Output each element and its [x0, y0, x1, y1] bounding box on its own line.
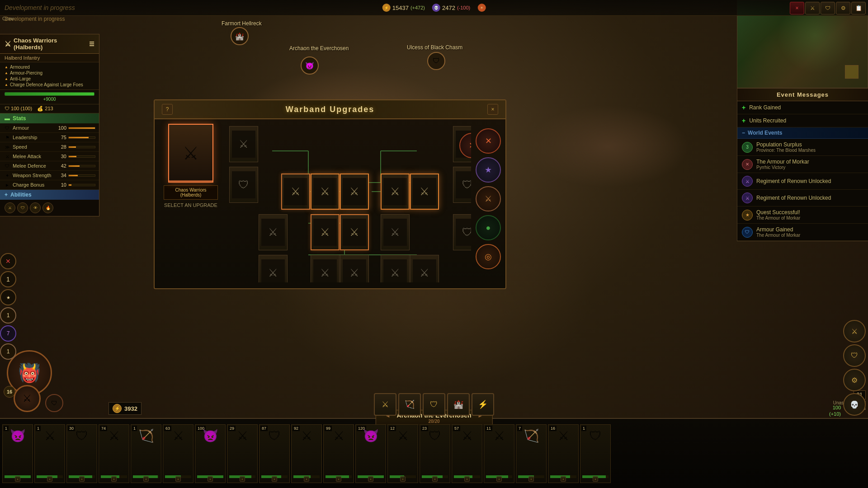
warband-btn-orange[interactable]: ◎ [476, 244, 501, 269]
left-btn-star[interactable]: ★ [0, 289, 16, 305]
br-btn-shield[interactable]: 🛡 [843, 344, 866, 367]
unit-slot-8[interactable]: 87 🛡 + [259, 424, 290, 483]
event-regiment-1[interactable]: ⚔ Regiment of Renown Unlocked [737, 173, 868, 190]
ability-fire[interactable]: 🔥 [42, 202, 53, 213]
unit-slot-15[interactable]: 11 ⚔ + [484, 424, 514, 483]
event-morkar-armour[interactable]: ✕ The Armour of Morkar Pyrrhic Victory [737, 156, 868, 173]
upgrade-node-mid-3[interactable]: ⚔ [340, 174, 369, 210]
upgrade-node-bottom-1[interactable]: ⚔ [259, 255, 288, 282]
ability-btn-bolt[interactable]: ⚡ [472, 393, 494, 416]
upgrade-node-top-1[interactable]: ⚔ [229, 126, 258, 162]
unit-slot-1[interactable]: 1 ⚔ + [34, 424, 65, 483]
event-armour-gained[interactable]: 🛡 Armour Gained The Armour of Morkar [737, 224, 868, 241]
ability-shield[interactable]: 🛡 [17, 202, 28, 213]
upgrade-node-far-right-2[interactable]: 🛡 [453, 167, 471, 203]
unit-num-16: 7 [517, 426, 522, 431]
warband-btn-star[interactable]: ★ [476, 157, 501, 183]
left-btn-purple[interactable]: 7 [0, 325, 16, 342]
left-btn-1b[interactable]: 1 [0, 307, 16, 324]
ability-eye[interactable]: 👁 [30, 202, 41, 213]
dev-title: Development in progress [0, 4, 80, 11]
warband-help-btn[interactable]: ? [162, 104, 173, 115]
upgrade-node-lower-1[interactable]: ⚔ [259, 214, 288, 250]
unit-slot-4[interactable]: 1 🏹 + [131, 424, 161, 483]
event-units-recruited[interactable]: + Units Recruited [737, 114, 868, 127]
br-btn-gear[interactable]: ⚙ [843, 369, 866, 391]
event-rank-gained[interactable]: + Rank Gained [737, 101, 868, 114]
unit-slot-11[interactable]: 120 👿 + [355, 424, 386, 483]
unit-slot-12[interactable]: 12 ⚔ + [387, 424, 418, 483]
gear-btn[interactable]: ⚙ [836, 2, 850, 14]
armour-gained-sub: The Armour of Morkar [756, 233, 800, 238]
end-turn-btn[interactable]: ⚔ [14, 385, 41, 412]
event-regiment-2[interactable]: ⚔ Regiment of Renown Unlocked [737, 190, 868, 206]
upgrade-node-bottom-2[interactable]: ⚔ [311, 255, 340, 282]
unit-slot-16[interactable]: 7 🏹 + [516, 424, 547, 483]
upgrade-figure-right1: ⚔ [390, 185, 400, 198]
unit-icons-6: + [208, 476, 213, 482]
shield-btn[interactable]: 🛡 [821, 2, 835, 14]
abilities-header[interactable]: + Abilities [0, 190, 99, 200]
upgrade-node-mid-1[interactable]: ⚔ [281, 174, 310, 210]
warband-btn-chaos[interactable]: ✕ [476, 128, 501, 154]
unit-slot-0[interactable]: 1 👿 + [2, 424, 33, 483]
hero-action-btn[interactable]: 🛡 [45, 394, 63, 412]
ability-btn-castle[interactable]: 🏰 [447, 393, 470, 416]
unit-slot-14[interactable]: 57 ⚔ + [452, 424, 482, 483]
map-unit-archaon[interactable]: 👿 [301, 56, 319, 75]
unit-slot-2[interactable]: 30 🛡 + [66, 424, 97, 483]
upgrade-node-lower-2[interactable]: ⚔ [311, 214, 340, 250]
warband-content: ⚔ Chaos Warriors (Halberds) SELECT AN UP… [155, 119, 505, 287]
unit-slot-13[interactable]: 23 🛡 + [420, 424, 450, 483]
warband-btn-green[interactable]: ● [476, 215, 501, 240]
map-unit-ulcess[interactable]: 🛡 [427, 52, 445, 70]
close-top-btn[interactable]: × [790, 2, 804, 14]
unit-slot-18[interactable]: 1 🛡 + [580, 424, 611, 483]
map-unit-farmort[interactable]: 🏰 [231, 27, 249, 45]
upgrade-node-lower-3[interactable]: ⚔ [340, 214, 369, 250]
upgrade-node-lower-right[interactable]: ⚔ [381, 214, 410, 250]
left-btn-x[interactable]: ✕ [0, 253, 16, 269]
units-recruited-text: Units Recruited [749, 117, 786, 124]
event-population[interactable]: 3 Population Surplus Province: The Blood… [737, 139, 868, 156]
upgrade-node-bottom-5[interactable]: ⚔ [410, 255, 439, 282]
stats-header[interactable]: ▬ Stats [0, 113, 99, 123]
unit-slot-3[interactable]: 74 ⚔ + [99, 424, 129, 483]
selected-unit-card[interactable]: ⚔ [168, 124, 213, 183]
unit-slot-6[interactable]: 100 👿 + [195, 424, 226, 483]
left-btn-1a[interactable]: 1 [0, 271, 16, 287]
br-btn-sword[interactable]: ⚔ [843, 320, 866, 343]
upgrade-figure-lower2: ⚔ [320, 226, 330, 239]
ability-btn-shield[interactable]: 🛡 [423, 393, 445, 416]
armour-bar [68, 127, 95, 129]
upgrade-figure-bot3: ⚔ [349, 267, 359, 279]
event-quest[interactable]: ★ Quest Successful! The Armour of Morkar [737, 206, 868, 224]
armour-label: Armour [11, 125, 53, 131]
ability-btn-bow[interactable]: 🏹 [398, 393, 421, 416]
upgrade-node-bottom-3[interactable]: ⚔ [340, 255, 369, 282]
crow-label: Crow [2, 16, 14, 21]
unit-slot-9[interactable]: 92 ⚔ + [291, 424, 322, 483]
warband-btn-cross[interactable]: ⚔ [476, 186, 501, 211]
unit-num-15: 11 [485, 426, 492, 431]
br-btn-skull[interactable]: 💀 [843, 393, 866, 416]
upgrade-node-bottom-4[interactable]: ⚔ [381, 255, 410, 282]
upgrade-node-right-1[interactable]: ⚔ [381, 174, 410, 210]
ability-btn-sword[interactable]: ⚔ [374, 393, 396, 416]
health-text: +9000 [5, 97, 94, 102]
unit-menu-icon[interactable]: ☰ [89, 41, 94, 47]
upgrade-node-top-2[interactable]: 🛡 [229, 167, 258, 203]
unit-slot-5[interactable]: 63 ⚔ + [163, 424, 193, 483]
unit-figure-11: 👿 [363, 428, 379, 443]
left-btn-1c[interactable]: 1 [0, 343, 16, 360]
warband-close-btn[interactable]: × [487, 104, 498, 115]
upgrade-node-right-2[interactable]: ⚔ [410, 174, 439, 210]
book-btn[interactable]: 📋 [851, 2, 866, 14]
ability-sword[interactable]: ⚔ [5, 202, 15, 213]
unit-slot-17[interactable]: 16 ⚔ + [548, 424, 579, 483]
unit-slot-10[interactable]: 99 ⚔ + [323, 424, 354, 483]
upgrade-node-far-lower[interactable]: 🛡 [453, 214, 471, 250]
sword-btn[interactable]: ⚔ [805, 2, 820, 14]
unit-slot-7[interactable]: 29 ⚔ + [227, 424, 258, 483]
upgrade-node-mid-2[interactable]: ⚔ [311, 174, 340, 210]
